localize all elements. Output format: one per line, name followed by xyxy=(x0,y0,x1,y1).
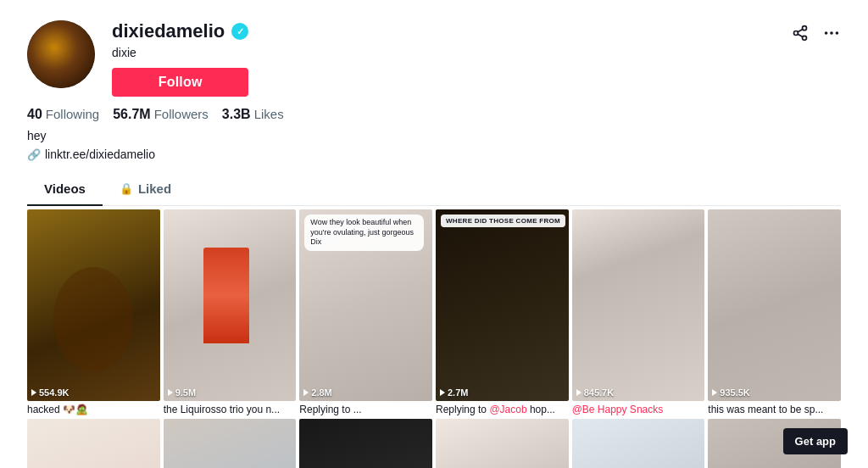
video-caption: hacked 🐶🧟 xyxy=(27,404,160,415)
tab-videos[interactable]: Videos xyxy=(27,173,103,206)
play-icon xyxy=(712,389,717,396)
video-caption: @Be Happy Snacks xyxy=(572,404,705,415)
play-icon xyxy=(31,389,36,396)
play-icon xyxy=(440,389,445,396)
play-count: 845.7K xyxy=(576,387,614,398)
tab-videos-label: Videos xyxy=(44,181,86,196)
tab-liked[interactable]: 🔒 Liked xyxy=(103,173,188,206)
comment-bubble: Wow they look beautiful when you're ovul… xyxy=(304,214,424,251)
likes-count: 3.3B xyxy=(222,107,251,122)
video-card[interactable] xyxy=(299,419,432,468)
play-icon xyxy=(576,389,581,396)
avatar xyxy=(27,20,95,88)
stats-row: 40 Following 56.7M Followers 3.3B Likes xyxy=(27,107,841,122)
video-card[interactable]: 554.9Khacked 🐶🧟 xyxy=(27,209,160,415)
video-caption: this was meant to be sp... xyxy=(708,404,841,415)
video-card[interactable]: 935.5Kthis was meant to be sp... xyxy=(708,209,841,415)
likes-label: Likes xyxy=(254,107,284,121)
play-count: 2.7M xyxy=(440,387,468,398)
following-count: 40 xyxy=(27,107,42,122)
more-options-icon[interactable] xyxy=(822,24,841,42)
play-count: 9.5M xyxy=(168,387,196,398)
verified-icon: ✓ xyxy=(231,23,248,40)
play-count: 935.5K xyxy=(712,387,749,398)
tab-liked-label: Liked xyxy=(138,181,171,196)
video-card[interactable] xyxy=(572,419,705,468)
get-app-button[interactable]: Get app xyxy=(783,428,848,454)
svg-point-7 xyxy=(836,31,839,35)
profile-top: dixiedamelio ✓ dixie Follow xyxy=(27,20,841,97)
profile-info: dixiedamelio ✓ dixie Follow xyxy=(112,20,248,97)
where-label: WHERE DID THOSE COME FROM xyxy=(441,214,565,227)
link-row: 🔗 linktr.ee/dixiedamelio xyxy=(27,148,841,161)
profile-link[interactable]: linktr.ee/dixiedamelio xyxy=(45,148,155,161)
bio: hey xyxy=(27,129,841,142)
display-name: dixie xyxy=(112,46,248,59)
video-card[interactable] xyxy=(164,419,297,468)
play-icon xyxy=(303,389,309,396)
video-grid: 554.9Khacked 🐶🧟9.5Mthe Liquirosso trio y… xyxy=(27,206,841,468)
likes-stat: 3.3B Likes xyxy=(222,107,284,122)
header-actions xyxy=(792,20,841,42)
play-count: 554.9K xyxy=(31,387,69,398)
video-card[interactable]: Wow they look beautiful when you're ovul… xyxy=(299,209,432,415)
play-icon xyxy=(168,389,173,396)
tabs-row: Videos 🔒 Liked xyxy=(27,173,841,206)
video-caption: Replying to ... xyxy=(299,404,432,415)
svg-line-4 xyxy=(798,29,803,31)
video-caption: the Liquirosso trio you n... xyxy=(164,404,297,415)
following-stat: 40 Following xyxy=(27,107,99,122)
profile-header: dixiedamelio ✓ dixie Follow xyxy=(0,0,868,206)
followers-count: 56.7M xyxy=(113,107,150,122)
lock-icon: 🔒 xyxy=(120,182,133,195)
following-label: Following xyxy=(46,107,99,121)
username-row: dixiedamelio ✓ xyxy=(112,20,248,42)
video-card[interactable]: 9.5Mthe Liquirosso trio you n... xyxy=(164,209,297,415)
video-card[interactable] xyxy=(436,419,569,468)
follow-button[interactable]: Follow xyxy=(112,68,248,97)
svg-point-6 xyxy=(830,31,833,35)
video-card[interactable]: 845.7K@Be Happy Snacks xyxy=(572,209,705,415)
video-caption: Replying to @Jacob hop... xyxy=(436,404,569,415)
svg-line-3 xyxy=(798,34,803,36)
play-count: 2.8M xyxy=(303,387,331,398)
share-icon[interactable] xyxy=(792,25,809,42)
avatar-image xyxy=(27,20,95,88)
link-icon: 🔗 xyxy=(27,148,41,161)
svg-point-5 xyxy=(825,31,828,35)
video-card[interactable]: WHERE DID THOSE COME FROM2.7MReplying to… xyxy=(436,209,569,415)
username: dixiedamelio xyxy=(112,20,225,42)
followers-label: Followers xyxy=(154,107,209,121)
followers-stat: 56.7M Followers xyxy=(113,107,209,122)
video-card[interactable] xyxy=(27,419,160,468)
